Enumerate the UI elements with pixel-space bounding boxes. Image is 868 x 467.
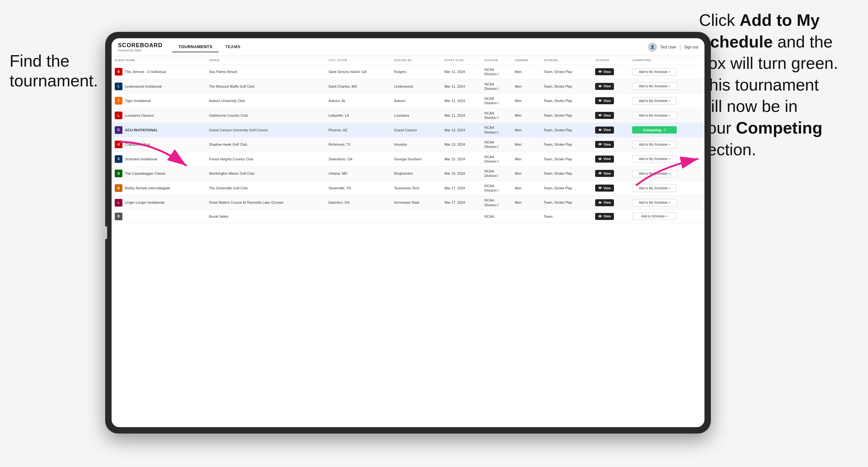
event-name-cell: TTiger Invitational (112, 94, 206, 108)
eye-icon: 👁 (598, 157, 602, 161)
scoring-cell: Team, Stroke Play (540, 123, 592, 137)
start-date-cell (441, 210, 481, 223)
view-button[interactable]: 👁View (595, 199, 614, 206)
view-button[interactable]: 👁View (595, 83, 614, 90)
gender-cell: Men (512, 152, 540, 166)
competing-cell: Add to Schedule + (629, 210, 705, 223)
eye-icon: 👁 (598, 172, 602, 175)
sign-out-link[interactable]: Sign out (684, 45, 698, 50)
app-logo: SCOREBOARD (118, 42, 162, 49)
view-button[interactable]: 👁View (595, 156, 614, 162)
scoring-cell: Team, Stroke Play (540, 166, 592, 181)
team-logo: L (115, 112, 122, 119)
city-state-cell: Lafayette, LA (326, 108, 391, 123)
eye-icon: 👁 (598, 143, 602, 146)
scoring-cell: Team, Stroke Play (540, 181, 592, 195)
view-button[interactable]: 👁View (595, 213, 614, 220)
team-logo: L (115, 83, 122, 90)
view-button[interactable]: 👁View (595, 185, 614, 192)
division-cell: NCAADivision I (481, 137, 511, 152)
table-row: BThe Carpetbagger ClassicWorthington Man… (112, 166, 705, 181)
team-logo: B (115, 169, 122, 177)
view-label: View (603, 99, 611, 103)
hosted-by-cell: Georgia Southern (391, 152, 441, 166)
start-date-cell: Mar 11, 2024 (441, 108, 481, 123)
col-hosted-by: HOSTED BY (391, 56, 441, 65)
nav-tab-tournaments[interactable]: TOURNAMENTS (172, 42, 219, 52)
col-actions: ACTIONS (592, 56, 629, 65)
actions-cell: 👁View (592, 79, 629, 94)
start-date-cell: Mar 17, 2024 (441, 181, 481, 195)
start-date-cell: Mar 11, 2024 (441, 79, 481, 94)
eye-icon: 👁 (598, 114, 602, 117)
view-label: View (603, 201, 611, 204)
table-row: TTiger InvitationalAuburn University Clu… (112, 94, 705, 108)
scoring-cell: Team, Stroke Play (540, 137, 592, 152)
event-name: Lindenwood Invitational (125, 84, 162, 89)
team-logo: S (115, 155, 122, 163)
event-name-cell: RThe Johnnie - O Individual (112, 65, 206, 80)
view-label: View (603, 186, 611, 190)
start-date-cell: Mar 13, 2024 (441, 137, 481, 152)
competing-button[interactable]: Competing✓ (632, 126, 677, 133)
col-venue: VENUE (206, 56, 326, 65)
view-button[interactable]: 👁View (595, 112, 614, 119)
event-name: The Johnnie - O Individual (125, 69, 166, 74)
add-to-schedule-button[interactable]: Add to My Schedule + (632, 68, 677, 75)
event-name: Louisiana Classics (125, 113, 154, 118)
col-division: DIVISION (481, 56, 511, 65)
table-row: SSchenkel InvitationalForest Heights Cou… (112, 152, 705, 166)
start-date-cell: Mar 12, 2024 (441, 123, 481, 137)
team-logo: B (115, 213, 122, 220)
annotation-right: Click Add to MySchedule and thebox will … (699, 9, 859, 160)
hosted-by-cell: Tennessee Tech (391, 181, 441, 195)
table-row: LLinger Longer InvitationalGreat Waters … (112, 195, 705, 210)
add-to-schedule-button[interactable]: Add to My Schedule + (632, 141, 677, 148)
view-button[interactable]: 👁View (595, 141, 614, 148)
add-to-schedule-button[interactable]: Add to My Schedule + (632, 83, 677, 90)
col-gender: GENDER (512, 56, 540, 65)
view-button[interactable]: 👁View (595, 97, 614, 104)
gender-cell: Men (512, 79, 540, 94)
view-button[interactable]: 👁View (595, 127, 614, 133)
actions-cell: 👁View (592, 123, 629, 137)
view-label: View (603, 114, 611, 117)
eye-icon: 👁 (598, 70, 602, 74)
table-row: BBrook ValleyNCAATeam,👁ViewAdd to Schedu… (112, 210, 705, 223)
table-row: LLindenwood InvitationalThe Missouri Blu… (112, 79, 705, 94)
team-logo: R (115, 68, 122, 75)
view-label: View (603, 172, 611, 175)
nav-tab-teams[interactable]: TEAMS (219, 42, 247, 52)
city-state-cell: Saint Charles, MO (326, 79, 391, 94)
event-name-cell: LLindenwood Invitational (112, 79, 206, 94)
hosted-by-cell: Houston (391, 137, 441, 152)
actions-cell: 👁View (592, 210, 629, 223)
venue-cell: Oakbourne Country Club (206, 108, 326, 123)
add-to-schedule-button[interactable]: Add to My Schedule + (632, 97, 677, 104)
start-date-cell: Mar 11, 2024 (441, 65, 481, 80)
start-date-cell: Mar 15, 2024 (441, 152, 481, 166)
event-name: Champions Cup (125, 142, 150, 147)
nav-tabs: TOURNAMENTS TEAMS (172, 42, 648, 52)
event-name: Linger Longer Invitational (125, 200, 164, 205)
city-state-cell: Statesboro, GA (326, 152, 391, 166)
scoring-cell: Team, Stroke Play (540, 152, 592, 166)
competing-cell: Add to My Schedule + (629, 195, 705, 210)
start-date-cell: Mar 16, 2024 (441, 166, 481, 181)
add-to-schedule-button[interactable]: Add to My Schedule + (632, 199, 677, 206)
city-state-cell (326, 210, 391, 223)
division-cell: NCAADivision I (481, 108, 511, 123)
hosted-by-cell (391, 210, 441, 223)
view-button[interactable]: 👁View (595, 68, 614, 75)
add-to-schedule-button[interactable]: Add to Schedule + (632, 213, 677, 220)
logo-area: SCOREBOARD Powered by clippd (118, 42, 162, 52)
division-cell: NCAADivision I (481, 152, 511, 166)
venue-cell: The Missouri Bluffs Golf Club (206, 79, 326, 94)
app-header: SCOREBOARD Powered by clippd TOURNAMENTS… (112, 38, 705, 56)
view-button[interactable]: 👁View (595, 170, 614, 177)
hosted-by-cell: Louisiana (391, 108, 441, 123)
add-to-schedule-button[interactable]: Add to My Schedule + (632, 112, 677, 119)
event-name: GCU INVITATIONAL (125, 128, 158, 132)
scoring-cell: Team, Stroke Play (540, 79, 592, 94)
event-name-cell: BThe Carpetbagger Classic (112, 166, 206, 181)
